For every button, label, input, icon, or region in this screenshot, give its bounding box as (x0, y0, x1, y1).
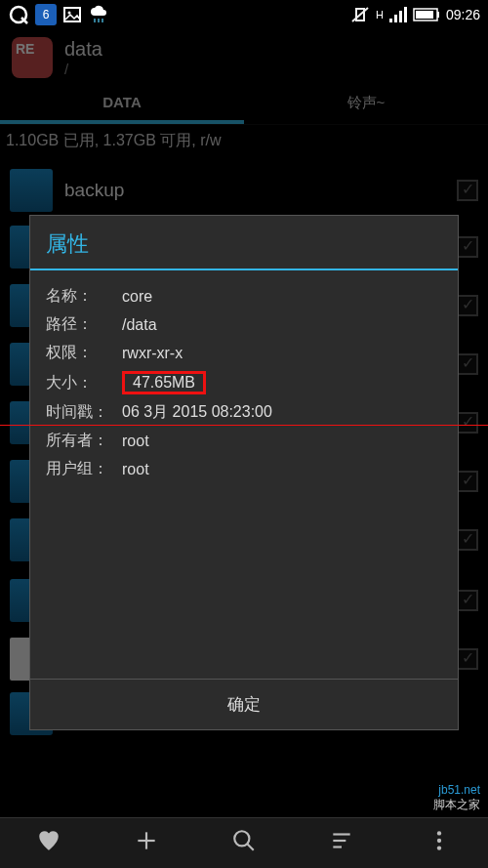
network-type: H (376, 9, 384, 21)
prop-perm: 权限： rwxr-xr-x (46, 339, 442, 367)
prop-timestamp: 时间戳： 06 3月 2015 08:23:00 (46, 398, 442, 427)
calendar-icon: 6 (35, 4, 57, 25)
dialog-divider (30, 269, 458, 270)
prop-label: 权限： (46, 343, 114, 363)
properties-dialog: 属性 名称： core 路径： /data 权限： rwxr-xr-x 大小： … (29, 215, 459, 730)
prop-value-highlighted: 47.65MB (122, 371, 206, 394)
signal-icon (389, 7, 407, 22)
dialog-title: 属性 (30, 216, 458, 269)
svg-point-25 (437, 846, 441, 849)
prop-path: 路径： /data (46, 310, 442, 339)
weather-icon (88, 4, 109, 25)
gallery-icon (62, 5, 82, 24)
svg-point-23 (437, 831, 441, 835)
prop-label: 时间戳： (46, 402, 114, 423)
prop-value: root (122, 433, 149, 450)
watermark-text: 脚本之家 (433, 797, 480, 813)
prop-label: 所有者： (46, 431, 114, 451)
prop-value: /data (122, 316, 157, 334)
svg-point-24 (437, 838, 441, 842)
svg-rect-11 (399, 11, 402, 22)
annotation-line (0, 425, 488, 426)
prop-value: root (122, 461, 149, 478)
battery-icon (413, 8, 440, 21)
prop-label: 用户组： (46, 459, 114, 479)
bottom-toolbar (0, 817, 488, 868)
sort-button[interactable] (329, 828, 354, 859)
svg-line-8 (352, 8, 368, 21)
svg-rect-15 (416, 11, 433, 19)
clock: 09:26 (446, 7, 480, 22)
prop-value: rwxr-xr-x (122, 345, 183, 362)
dialog-ok-button[interactable]: 确定 (30, 679, 458, 729)
svg-rect-10 (394, 15, 397, 22)
svg-point-18 (234, 831, 249, 846)
ok-label: 确定 (227, 695, 261, 714)
prop-value: core (122, 288, 152, 306)
favorite-button[interactable] (36, 828, 61, 859)
svg-line-19 (247, 844, 254, 850)
prop-label: 大小： (46, 373, 114, 393)
app-q-icon (8, 4, 29, 25)
prop-label: 路径： (46, 314, 114, 335)
svg-rect-9 (389, 19, 392, 22)
svg-rect-14 (437, 12, 439, 18)
vibrate-icon (350, 5, 370, 24)
prop-label: 名称： (46, 286, 114, 307)
prop-value: 06 3月 2015 08:23:00 (122, 402, 272, 423)
overflow-menu-button[interactable] (427, 828, 452, 859)
status-bar: 6 H 09:26 (0, 0, 488, 29)
calendar-day: 6 (43, 8, 50, 21)
watermark-url: jb51.net (433, 783, 480, 797)
watermark: jb51.net 脚本之家 (433, 783, 480, 813)
search-button[interactable] (231, 828, 257, 859)
prop-group: 用户组： root (46, 455, 442, 483)
dialog-body: 名称： core 路径： /data 权限： rwxr-xr-x 大小： 47.… (30, 274, 458, 679)
prop-owner: 所有者： root (46, 427, 442, 455)
add-button[interactable] (134, 828, 159, 859)
svg-rect-2 (64, 8, 80, 21)
prop-size: 大小： 47.65MB (46, 367, 442, 398)
prop-name: 名称： core (46, 282, 442, 310)
svg-rect-12 (404, 7, 407, 22)
